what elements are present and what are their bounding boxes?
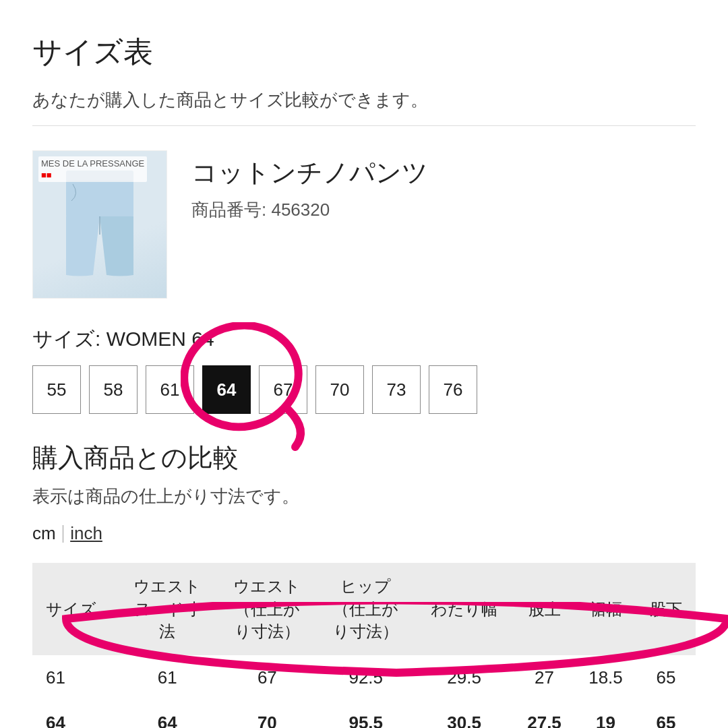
table-cell: 95.5 [317,700,415,728]
size-btn-70[interactable]: 70 [315,365,364,414]
size-buttons-container: 5558616467707376 [32,365,696,414]
table-cell: 18.5 [575,655,636,700]
table-cell: 29.5 [415,655,514,700]
product-name: コットンチノパンツ [191,156,428,190]
size-btn-61[interactable]: 61 [146,365,194,414]
product-image: MES DE LA PRESSANGE ■■ [32,150,167,299]
table-row: 64647095.530.527.51965 [32,700,696,728]
product-section: MES DE LA PRESSANGE ■■ [32,150,696,299]
table-cell: 67 [217,655,317,700]
brand-tag: MES DE LA PRESSANGE ■■ [38,156,147,182]
brand-red: ■■ [41,170,52,180]
page-title: サイズ表 [32,32,696,72]
table-header: ウエスト（仕上がり寸法） [217,563,317,655]
table-cell: 61 [117,655,217,700]
size-btn-58[interactable]: 58 [89,365,138,414]
table-header: サイズ [32,563,117,655]
unit-inch[interactable]: inch [70,523,102,544]
size-selector-label: サイズ: WOMEN 64 [32,326,696,353]
table-header: 股下 [636,563,696,655]
unit-cm[interactable]: cm [32,523,56,544]
table-cell: 65 [636,655,696,700]
comparison-title: 購入商品との比較 [32,441,696,475]
table-cell: 70 [217,700,317,728]
comparison-subtitle: 表示は商品の仕上がり寸法です。 [32,485,696,508]
size-btn-64[interactable]: 64 [202,365,251,414]
unit-divider [63,525,64,543]
size-btn-67[interactable]: 67 [259,365,307,414]
size-btn-55[interactable]: 55 [32,365,81,414]
unit-toggle: cm inch [32,523,696,544]
table-cell: 65 [636,700,696,728]
table-row: 61616792.529.52718.565 [32,655,696,700]
table-cell: 30.5 [415,700,514,728]
table-cell: 61 [32,655,117,700]
table-header: わたり幅 [415,563,514,655]
table-header: 股上 [514,563,575,655]
product-number: 商品番号: 456320 [191,198,428,222]
table-cell: 64 [117,700,217,728]
table-cell: 27.5 [514,700,575,728]
brand-name: MES DE LA PRESSANGE [41,158,144,169]
size-btn-73[interactable]: 73 [372,365,421,414]
table-cell: 64 [32,700,117,728]
table-header: ウエストヌード寸法 [117,563,217,655]
size-table: サイズウエストヌード寸法ウエスト（仕上がり寸法）ヒップ（仕上がり寸法）わたり幅股… [32,563,696,728]
table-header: 裾幅 [575,563,636,655]
size-btn-76[interactable]: 76 [429,365,477,414]
table-header: ヒップ（仕上がり寸法） [317,563,415,655]
product-info: コットンチノパンツ 商品番号: 456320 [191,150,428,222]
divider [32,125,696,126]
page-subtitle: あなたが購入した商品とサイズ比較ができます。 [32,88,696,112]
table-cell: 27 [514,655,575,700]
table-cell: 19 [575,700,636,728]
pants-illustration [59,171,140,278]
table-cell: 92.5 [317,655,415,700]
